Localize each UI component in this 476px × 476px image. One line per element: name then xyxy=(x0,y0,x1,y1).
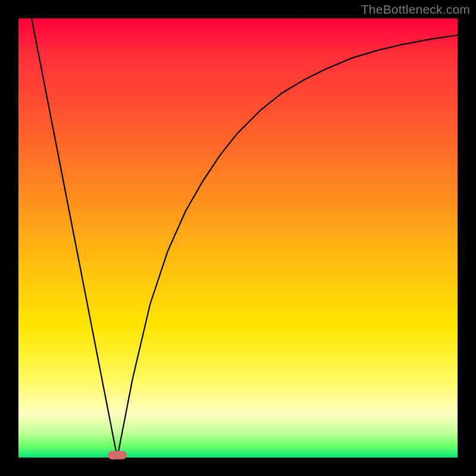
plot-area xyxy=(18,18,458,458)
curve-path xyxy=(32,18,458,458)
bottleneck-curve xyxy=(18,18,458,458)
watermark-text: TheBottleneck.com xyxy=(361,2,470,17)
chart-frame: TheBottleneck.com xyxy=(0,0,476,476)
optimal-marker xyxy=(108,451,127,459)
